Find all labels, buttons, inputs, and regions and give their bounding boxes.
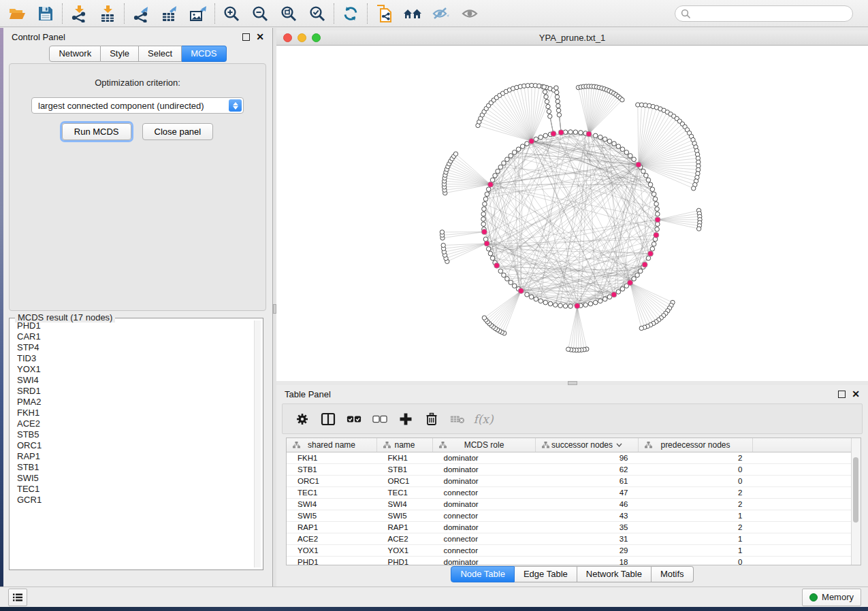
network-node[interactable]	[529, 139, 534, 144]
column-header-name[interactable]: name	[377, 438, 433, 452]
network-node[interactable]	[505, 157, 510, 162]
table-cell[interactable]: 46	[536, 499, 639, 510]
table-cell[interactable]: 43	[536, 510, 639, 522]
network-node[interactable]	[486, 187, 491, 192]
table-cell[interactable]: 0	[639, 557, 753, 566]
tab-select[interactable]: Select	[139, 46, 182, 62]
network-node[interactable]	[655, 217, 660, 222]
table-cell[interactable]: dominator	[433, 452, 536, 464]
network-node[interactable]	[555, 95, 559, 99]
network-node[interactable]	[440, 230, 444, 234]
create-column-icon[interactable]	[398, 412, 413, 426]
network-node[interactable]	[654, 202, 659, 207]
network-node[interactable]	[607, 139, 612, 144]
table-scrollbar-thumb[interactable]	[853, 457, 858, 523]
table-cell[interactable]: ACE2	[377, 533, 433, 545]
network-node[interactable]	[539, 299, 543, 303]
network-node[interactable]	[635, 273, 640, 278]
open-session-icon[interactable]	[3, 2, 31, 25]
mcds-result-item[interactable]: SWI5	[12, 473, 255, 484]
mcds-result-item[interactable]: CAR1	[12, 331, 255, 342]
table-cell[interactable]: SWI4	[377, 499, 433, 510]
network-node[interactable]	[493, 174, 498, 178]
network-node[interactable]	[579, 131, 583, 135]
table-cell[interactable]: 0	[639, 476, 753, 487]
table-cell[interactable]: 35	[536, 522, 639, 533]
network-node[interactable]	[593, 300, 598, 305]
table-cell[interactable]: 96	[536, 452, 639, 464]
table-cell[interactable]: dominator	[433, 499, 536, 510]
table-row[interactable]: SWI4SWI4dominator462	[287, 499, 853, 510]
network-node[interactable]	[485, 192, 489, 197]
table-cell[interactable]: 29	[536, 545, 639, 557]
task-history-button[interactable]	[8, 589, 27, 606]
network-node[interactable]	[494, 263, 500, 268]
network-node[interactable]	[555, 90, 559, 95]
import-table-icon[interactable]	[93, 2, 122, 25]
export-table-icon[interactable]	[155, 2, 184, 25]
network-node[interactable]	[481, 217, 486, 222]
table-cell[interactable]: STB1	[287, 464, 377, 476]
network-node[interactable]	[588, 301, 593, 306]
network-node[interactable]	[556, 103, 560, 108]
network-node[interactable]	[598, 299, 603, 303]
network-node[interactable]	[656, 212, 660, 216]
network-window-titlebar[interactable]: YPA_prune.txt_1	[276, 31, 868, 46]
network-node[interactable]	[654, 233, 659, 238]
table-cell[interactable]: 0	[639, 464, 753, 476]
network-node[interactable]	[652, 242, 656, 246]
network-node[interactable]	[586, 131, 592, 137]
network-node[interactable]	[481, 229, 487, 235]
table-cell[interactable]: connector	[433, 510, 536, 522]
network-node[interactable]	[602, 297, 607, 301]
export-image-icon[interactable]	[184, 2, 212, 25]
network-node[interactable]	[575, 303, 580, 309]
network-node[interactable]	[628, 280, 633, 286]
network-node[interactable]	[628, 154, 633, 159]
network-node[interactable]	[488, 251, 493, 256]
network-node[interactable]	[512, 150, 517, 155]
network-node[interactable]	[505, 277, 510, 282]
table-cell[interactable]: 61	[536, 476, 639, 487]
network-node[interactable]	[502, 273, 507, 278]
network-node[interactable]	[534, 297, 539, 301]
table-cell[interactable]: RAP1	[377, 522, 433, 533]
network-node[interactable]	[548, 301, 553, 306]
network-node[interactable]	[556, 108, 560, 112]
network-node[interactable]	[638, 269, 643, 274]
mcds-list-scrollbar[interactable]	[254, 320, 261, 567]
network-node[interactable]	[616, 144, 621, 149]
network-node[interactable]	[566, 347, 570, 351]
network-node[interactable]	[542, 85, 546, 89]
table-cell[interactable]: dominator	[433, 464, 536, 476]
close-panel-icon[interactable]: ✕	[256, 32, 264, 42]
table-row[interactable]: RAP1RAP1dominator352	[287, 522, 853, 533]
table-cell[interactable]: 18	[536, 557, 639, 566]
import-network-icon[interactable]	[65, 2, 93, 25]
mcds-result-item[interactable]: ACE2	[12, 418, 255, 429]
table-cell[interactable]: 31	[536, 533, 639, 545]
network-node[interactable]	[692, 186, 696, 191]
network-node[interactable]	[484, 241, 489, 246]
network-node[interactable]	[653, 197, 658, 201]
network-node[interactable]	[602, 137, 607, 142]
select-all-columns-icon[interactable]	[347, 414, 361, 424]
table-cell[interactable]: STB1	[377, 464, 433, 476]
table-cell[interactable]: SWI5	[377, 510, 433, 522]
clone-network-icon[interactable]	[370, 2, 398, 25]
table-cell[interactable]: 2	[639, 499, 753, 510]
table-cell[interactable]: SWI4	[287, 499, 377, 510]
window-close-icon[interactable]	[283, 33, 292, 42]
network-node[interactable]	[543, 133, 548, 138]
network-node[interactable]	[553, 303, 558, 308]
close-panel-icon[interactable]: ✕	[852, 389, 860, 399]
network-node[interactable]	[611, 292, 617, 297]
window-minimize-icon[interactable]	[298, 33, 306, 42]
table-row[interactable]: TEC1TEC1connector472	[287, 487, 853, 499]
table-cell[interactable]: FKH1	[377, 452, 433, 464]
export-network-icon[interactable]	[127, 2, 155, 25]
network-node[interactable]	[441, 243, 445, 247]
network-node[interactable]	[568, 304, 573, 309]
zoom-out-icon[interactable]	[246, 2, 274, 25]
table-cell[interactable]: 2	[639, 487, 753, 499]
